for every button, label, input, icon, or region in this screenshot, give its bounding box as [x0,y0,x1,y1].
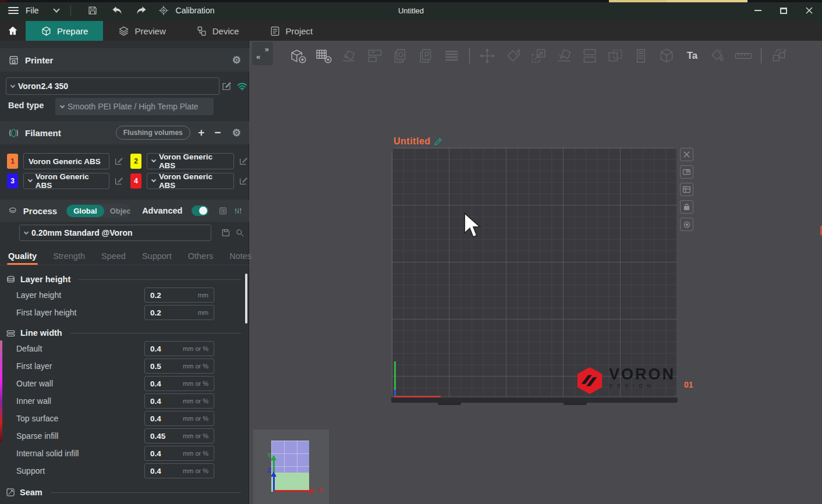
first-layer-line-width-input[interactable]: 0.5 mm or % [144,359,214,374]
save-button[interactable] [83,3,102,18]
filament-4-swatch[interactable]: 4 [130,173,141,189]
scale-tool-button[interactable] [526,44,551,68]
tab-support[interactable]: Support [134,247,180,265]
filament-1-dropdown[interactable]: Voron Generic ABS [23,153,109,169]
close-button[interactable] [796,0,822,21]
add-filament-button[interactable]: + [196,126,207,139]
logo-main-text: VORON [609,367,675,382]
build-plate[interactable] [391,147,678,397]
filament-2-swatch[interactable]: 2 [130,154,141,169]
home-button[interactable] [0,21,26,41]
sparse-infill-line-width-input[interactable]: 0.45 mm or % [144,428,214,443]
undo-button[interactable] [107,3,127,18]
tab-notes[interactable]: Notes [221,247,260,265]
layers-list-button[interactable] [439,44,465,68]
assembly-view-button[interactable] [766,44,792,68]
bed-type-dropdown[interactable]: Smooth PEI Plate / High Temp Plate [55,98,214,115]
rotate-tool-button[interactable] [500,44,526,68]
add-object-button[interactable] [285,44,311,68]
collapse-chevrons-icon: » [265,45,269,53]
filament-1-swatch[interactable]: 1 [7,154,18,169]
settings-sidebar: Printer ⚙ Voron2.4 350 Bed type Smooth P… [0,41,249,504]
process-list-icon[interactable] [219,206,227,216]
tab-strength[interactable]: Strength [45,247,93,265]
filament-3-swatch[interactable]: 3 [7,173,18,189]
plate-settings-button[interactable] [680,165,693,179]
filament-3-dropdown[interactable]: Voron Generic ABS [23,173,109,189]
scope-global-button[interactable]: Global [66,205,104,217]
lay-flat-button[interactable] [551,44,577,68]
rename-pencil-icon[interactable] [434,137,442,146]
tab-quality[interactable]: Quality [0,247,45,265]
plate-name-label[interactable]: Untitled [394,136,442,147]
text-tool-button[interactable]: Ta [679,44,705,68]
process-icon [8,205,17,216]
split-to-objects-button[interactable] [577,44,603,68]
collapse-chevrons-icon: « [256,53,260,61]
measure-tool-button[interactable] [731,44,756,68]
top-surface-line-width-input[interactable]: 0.4 mm or % [144,411,214,426]
delete-plate-button[interactable] [680,148,693,161]
outer-wall-line-width-input[interactable]: 0.4 mm or % [144,376,214,391]
file-menu-chevron-down-icon[interactable] [53,6,59,12]
internal-solid-infill-line-width-input[interactable]: 0.4 mm or % [144,446,214,461]
maximize-button[interactable] [771,0,796,21]
printer-wifi-icon[interactable] [236,81,248,91]
tab-project[interactable]: Project [254,21,328,41]
calibration-button[interactable] [156,3,171,18]
collapse-sidebar-button[interactable]: » « [252,42,273,65]
flushing-volumes-button[interactable]: Flushing volumes [116,126,190,140]
filament-4-dropdown[interactable]: Voron Generic ABS [147,173,234,189]
hamburger-menu-icon[interactable] [8,7,19,14]
lock-plate-button[interactable] [680,200,693,214]
arrange-plate-button[interactable] [680,183,693,196]
redo-button[interactable] [132,3,151,18]
advanced-toggle[interactable] [192,205,208,216]
process-preset-dropdown[interactable]: 0.20mm Standard @Voron [19,225,211,241]
tab-prepare[interactable]: Prepare [26,21,103,41]
tab-speed[interactable]: Speed [93,247,134,265]
filament-4-edit-icon[interactable] [239,176,248,186]
remove-filament-button[interactable]: − [212,126,223,139]
paste-button[interactable] [413,44,439,68]
scope-objects-button[interactable]: Objects [104,205,130,217]
auto-orient-button[interactable] [336,44,362,68]
filament-2-dropdown[interactable]: Voron Generic ABS [147,153,234,169]
printer-preset-dropdown[interactable]: Voron2.4 350 [6,77,219,95]
printer-edit-icon[interactable] [221,81,232,91]
plate-name-settings-button[interactable] [680,218,693,231]
assembly-preview-thumbnail[interactable]: Y Z X [253,430,329,504]
support-line-width-input[interactable]: 0.4 mm or % [144,463,214,478]
process-search-icon[interactable] [235,228,245,237]
move-tool-button[interactable] [474,44,500,68]
layout-icon [682,185,691,194]
sidebar-scrollbar-thumb[interactable] [245,274,247,324]
process-save-icon[interactable] [221,228,231,237]
printer-settings-gear-icon[interactable]: ⚙ [232,55,249,65]
calibration-label[interactable]: Calibration [176,6,215,15]
file-menu[interactable]: File [26,6,39,15]
split-to-parts-button[interactable] [603,44,628,68]
layer-height-icon [6,275,16,285]
variable-layer-height-button[interactable] [628,44,654,68]
tab-device[interactable]: Device [181,21,254,41]
tab-preview[interactable]: Preview [103,21,180,41]
process-params-icon[interactable] [234,206,242,216]
3d-viewport[interactable]: » « [249,41,822,504]
plate-action-buttons [680,148,693,231]
first-layer-height-input[interactable]: 0.2 mm [144,305,214,320]
minimize-button[interactable] [745,0,771,21]
inner-wall-line-width-input[interactable]: 0.4 mm or % [144,393,214,409]
filament-2-edit-icon[interactable] [239,157,248,166]
arrange-button[interactable] [362,44,388,68]
add-plate-button[interactable] [311,44,336,68]
layer-height-input[interactable]: 0.2 mm [144,288,214,303]
paint-tool-button[interactable] [705,44,731,68]
filament-3-edit-icon[interactable] [114,176,123,186]
filament-1-edit-icon[interactable] [114,157,123,166]
copy-button[interactable] [388,44,413,68]
filament-settings-gear-icon[interactable]: ⚙ [229,128,249,138]
default-line-width-input[interactable]: 0.4 mm or % [144,341,214,356]
tab-others[interactable]: Others [180,247,222,265]
mesh-boolean-button[interactable] [654,44,679,68]
